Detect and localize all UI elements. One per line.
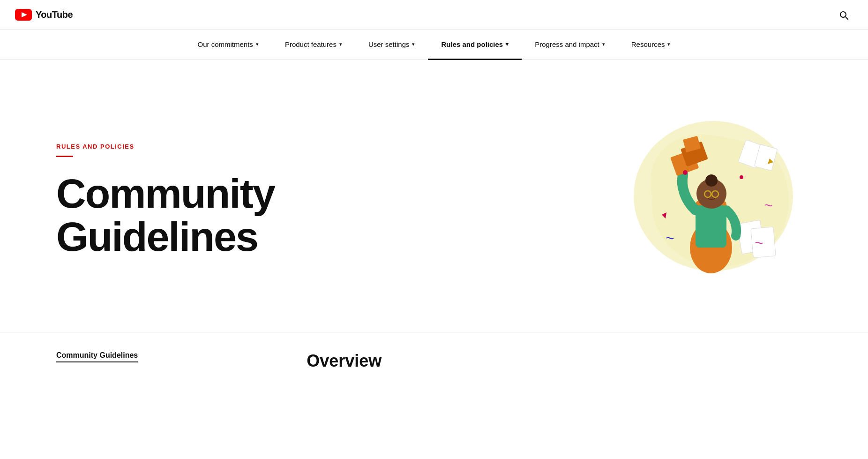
- nav-item-progress-and-impact[interactable]: Progress and impact ▾: [522, 30, 618, 60]
- nav-label: User settings: [368, 40, 410, 48]
- nav-label: Resources: [631, 40, 665, 48]
- section-label: RULES AND POLICIES: [56, 143, 275, 150]
- svg-rect-9: [696, 205, 726, 248]
- hero-illustration: [615, 102, 812, 299]
- main-nav: Our commitments ▾ Product features ▾ Use…: [0, 30, 868, 60]
- nav-item-product-features[interactable]: Product features ▾: [272, 30, 355, 60]
- svg-point-18: [683, 170, 688, 175]
- hero-section: RULES AND POLICIES Community Guidelines: [0, 60, 868, 332]
- logo[interactable]: YouTube: [15, 9, 73, 21]
- svg-point-11: [705, 174, 718, 187]
- overview-title: Overview: [307, 351, 382, 371]
- site-header: YouTube: [0, 0, 868, 30]
- logo-text: YouTube: [36, 9, 73, 20]
- nav-item-user-settings[interactable]: User settings ▾: [355, 30, 428, 60]
- chevron-down-icon: ▾: [506, 41, 509, 47]
- nav-label: Our commitments: [198, 40, 253, 48]
- hero-illustration-svg: [615, 102, 812, 290]
- svg-point-19: [740, 175, 743, 179]
- chevron-down-icon: ▾: [339, 41, 342, 47]
- search-icon: [838, 9, 849, 21]
- nav-item-our-commitments[interactable]: Our commitments ▾: [185, 30, 272, 60]
- nav-label: Progress and impact: [535, 40, 599, 48]
- hero-content: RULES AND POLICIES Community Guidelines: [56, 143, 275, 259]
- search-button[interactable]: [834, 6, 853, 24]
- chevron-down-icon: ▾: [256, 41, 259, 47]
- chevron-down-icon: ▾: [602, 41, 605, 47]
- breadcrumb-community-guidelines[interactable]: Community Guidelines: [56, 351, 138, 362]
- hero-title-line1: Community: [56, 170, 275, 217]
- chevron-down-icon: ▾: [412, 41, 415, 47]
- svg-rect-6: [751, 227, 776, 258]
- chevron-down-icon: ▾: [667, 41, 670, 47]
- nav-item-resources[interactable]: Resources ▾: [618, 30, 684, 60]
- nav-label: Product features: [285, 40, 337, 48]
- nav-label: Rules and policies: [441, 40, 503, 48]
- youtube-logo-icon: [15, 9, 32, 21]
- section-label-underline: [56, 156, 73, 157]
- bottom-section: Community Guidelines Overview: [0, 332, 868, 390]
- nav-item-rules-and-policies[interactable]: Rules and policies ▾: [428, 30, 522, 60]
- hero-title-line2: Guidelines: [56, 213, 258, 260]
- hero-title: Community Guidelines: [56, 172, 275, 259]
